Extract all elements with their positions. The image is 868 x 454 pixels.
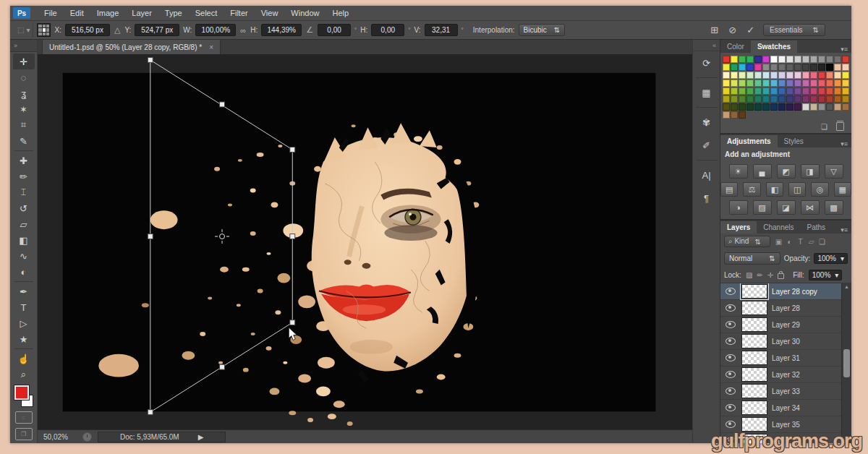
color-swatch[interactable] bbox=[739, 56, 746, 63]
color-swatch[interactable] bbox=[826, 95, 833, 103]
crop-tool[interactable]: ⌗ bbox=[13, 117, 35, 133]
color-swatch[interactable] bbox=[818, 72, 825, 79]
layer-visibility-toggle[interactable] bbox=[724, 321, 737, 328]
layer-thumbnail[interactable] bbox=[741, 284, 767, 299]
maintain-aspect-icon[interactable]: ∞ bbox=[239, 26, 247, 35]
color-swatch[interactable] bbox=[794, 72, 801, 79]
channel-mixer-icon[interactable]: ◎ bbox=[811, 182, 828, 197]
pen-tool[interactable]: ✒ bbox=[13, 283, 35, 299]
reference-point-grid[interactable] bbox=[37, 23, 51, 37]
color-swatch[interactable] bbox=[762, 64, 770, 71]
fill-field[interactable]: 100%▾ bbox=[809, 270, 843, 280]
panel-menu-icon[interactable]: ▾≡ bbox=[841, 226, 851, 234]
color-swatch[interactable] bbox=[731, 87, 738, 95]
color-swatch[interactable] bbox=[802, 72, 809, 79]
transform-handle-right-mid[interactable] bbox=[290, 234, 295, 239]
cancel-transform-icon[interactable]: ⊘ bbox=[728, 25, 736, 35]
color-swatch[interactable] bbox=[723, 64, 730, 71]
color-swatch[interactable] bbox=[818, 80, 825, 87]
gradient-map-icon[interactable]: ▩ bbox=[825, 200, 843, 215]
color-swatch[interactable] bbox=[731, 64, 738, 71]
layer-visibility-toggle[interactable] bbox=[724, 288, 737, 295]
color-swatch[interactable] bbox=[786, 95, 793, 103]
color-swatch[interactable] bbox=[802, 87, 809, 95]
color-swatch[interactable] bbox=[746, 95, 754, 103]
height-input[interactable]: 144,39% bbox=[261, 24, 302, 36]
layer-thumbnail[interactable] bbox=[741, 301, 767, 315]
smudge-tool[interactable]: ∿ bbox=[13, 248, 35, 264]
zoom-tool[interactable]: ⌕ bbox=[13, 367, 35, 382]
curves-icon[interactable]: ◩ bbox=[777, 164, 796, 179]
dock-collapse-button[interactable]: « bbox=[693, 40, 720, 51]
menu-edit[interactable]: Edit bbox=[64, 7, 90, 19]
adjustments-tab-styles[interactable]: Styles bbox=[778, 135, 810, 147]
color-swatch[interactable] bbox=[770, 64, 778, 71]
color-swatch[interactable] bbox=[746, 87, 754, 95]
color-swatch[interactable] bbox=[786, 64, 793, 71]
color-swatch[interactable] bbox=[778, 56, 786, 63]
color-swatch[interactable] bbox=[778, 80, 786, 87]
color-swatch[interactable] bbox=[834, 80, 841, 87]
rotate-input[interactable]: 0,00 bbox=[318, 24, 351, 36]
panel-menu-icon[interactable]: ▾≡ bbox=[841, 46, 851, 53]
color-swatch[interactable] bbox=[826, 80, 833, 87]
color-swatch[interactable] bbox=[746, 103, 754, 111]
menu-window[interactable]: Window bbox=[284, 7, 326, 19]
color-swatch[interactable] bbox=[731, 72, 738, 79]
hue-saturation-icon[interactable]: ▤ bbox=[720, 182, 738, 197]
color-swatch[interactable] bbox=[746, 72, 754, 79]
lock-position-icon[interactable]: ✛ bbox=[767, 271, 773, 279]
selective-color-icon[interactable]: ⋈ bbox=[801, 200, 820, 215]
color-swatch[interactable] bbox=[770, 72, 778, 79]
menu-file[interactable]: File bbox=[38, 7, 64, 19]
color-swatch[interactable] bbox=[834, 72, 841, 79]
color-swatch[interactable] bbox=[834, 87, 841, 95]
color-swatch[interactable] bbox=[723, 72, 730, 79]
color-swatch[interactable] bbox=[834, 103, 841, 111]
color-swatch[interactable] bbox=[762, 95, 770, 103]
hskew-input[interactable]: 0,00 bbox=[371, 24, 404, 36]
layer-visibility-toggle[interactable] bbox=[724, 338, 737, 345]
color-swatch[interactable] bbox=[842, 64, 849, 71]
foreground-background-swatches[interactable] bbox=[14, 385, 33, 407]
color-swatch[interactable] bbox=[810, 87, 817, 95]
color-swatch[interactable] bbox=[770, 95, 778, 103]
opacity-field[interactable]: 100%▾ bbox=[814, 253, 848, 264]
brush-tool[interactable]: ✏ bbox=[13, 168, 35, 184]
status-clock-icon[interactable] bbox=[82, 432, 92, 442]
color-swatch[interactable] bbox=[739, 87, 746, 95]
color-swatch[interactable] bbox=[810, 95, 817, 103]
menu-filter[interactable]: Filter bbox=[224, 7, 254, 19]
transform-handle-top-mid[interactable] bbox=[220, 102, 225, 107]
menu-help[interactable]: Help bbox=[326, 7, 355, 19]
color-swatch[interactable] bbox=[794, 64, 801, 71]
panel-menu-icon[interactable]: ▾≡ bbox=[841, 140, 851, 147]
layer-thumbnail[interactable] bbox=[741, 317, 767, 332]
move-tool[interactable]: ✛ bbox=[13, 53, 35, 69]
threshold-icon[interactable]: ◪ bbox=[777, 200, 796, 215]
invert-icon[interactable]: ◑ bbox=[729, 200, 748, 215]
color-swatch[interactable] bbox=[723, 80, 730, 87]
color-swatch[interactable] bbox=[778, 72, 786, 79]
transform-handle-bottom-left[interactable] bbox=[148, 410, 153, 415]
scroll-up-icon[interactable]: ▲ bbox=[842, 284, 851, 289]
workspace-switcher[interactable]: Essentials⇅ bbox=[763, 24, 825, 36]
color-swatch[interactable] bbox=[842, 72, 849, 79]
lock-pixels-icon[interactable]: ✏ bbox=[757, 271, 762, 279]
posterize-icon[interactable]: ▨ bbox=[753, 200, 772, 215]
color-swatch[interactable] bbox=[762, 80, 770, 87]
eraser-tool[interactable]: ▱ bbox=[13, 216, 35, 232]
color-swatch[interactable] bbox=[818, 64, 825, 71]
lock-transparency-icon[interactable]: ▨ bbox=[746, 271, 752, 279]
filter-shape-layers-icon[interactable]: ▱ bbox=[806, 238, 817, 246]
layer-visibility-toggle[interactable] bbox=[724, 421, 737, 428]
menu-select[interactable]: Select bbox=[189, 7, 224, 19]
color-swatch[interactable] bbox=[818, 103, 825, 111]
color-swatch[interactable] bbox=[754, 87, 762, 95]
menu-image[interactable]: Image bbox=[90, 7, 126, 19]
color-swatch[interactable] bbox=[731, 103, 738, 111]
transform-handle-bottom-right[interactable] bbox=[290, 320, 295, 325]
color-swatch[interactable] bbox=[754, 103, 762, 111]
color-swatch[interactable] bbox=[778, 87, 786, 95]
color-swatch[interactable] bbox=[826, 56, 833, 63]
